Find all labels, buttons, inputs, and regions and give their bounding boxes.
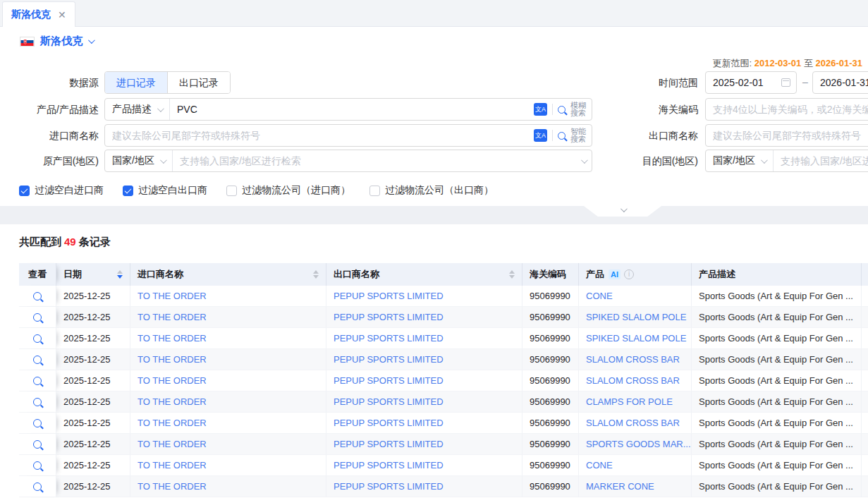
translate-icon[interactable]: 文A [534,129,547,142]
product-link[interactable]: SLALOM CROSS BAR [579,370,692,391]
importer-link[interactable]: TO THE ORDER [130,434,326,455]
product-link[interactable]: SPIKED SLALOM POLE [579,328,692,349]
exporter-label: 出口商名称 [592,124,698,147]
truncated-cell: … [862,434,868,455]
results-panel: 共匹配到49条记录 查看 日期 进口商名称 出口商名称 海关编码 [0,224,868,498]
exporter-link[interactable]: PEPUP SPORTS LIMITED [326,434,522,455]
product-search-input[interactable] [170,99,531,120]
product-link[interactable]: SLALOM CROSS BAR [579,349,692,370]
date-cell: 2025-12-25 [56,349,130,370]
exporter-link[interactable]: PEPUP SPORTS LIMITED [326,328,522,349]
origin-select[interactable]: 国家/地区 [105,150,173,171]
sort-exporter-button[interactable] [503,270,515,279]
product-suffix: 文A 模糊搜索 [531,99,592,120]
filter-logistics-importer[interactable]: 过滤物流公司（进口商） [226,184,350,197]
product-link[interactable]: CLAMPS FOR POLE [579,391,692,413]
hs-code-input[interactable] [706,99,868,120]
hs-code-cell: 95069990 [522,370,579,391]
description-cell: Sports Goods (Art & Equip For Gen ... [692,307,862,328]
panel-gap [0,206,868,224]
view-magnifier-icon[interactable] [33,440,42,449]
hs-code-cell: 95069990 [522,434,579,455]
view-magnifier-icon[interactable] [33,398,42,406]
update-range-label: 更新范围: [713,58,752,68]
sort-date-button[interactable] [111,270,123,279]
importer-link[interactable]: TO THE ORDER [130,328,326,349]
exporter-link[interactable]: PEPUP SPORTS LIMITED [326,286,522,307]
product-link[interactable]: CONE [579,455,692,476]
exporter-link[interactable]: PEPUP SPORTS LIMITED [326,476,522,497]
country-selector[interactable]: 斯洛伐克 [20,35,93,48]
view-magnifier-icon[interactable] [33,482,42,491]
sort-importer-button[interactable] [307,270,319,279]
product-link[interactable]: SLALOM CROSS BAR [579,413,692,434]
importer-link[interactable]: TO THE ORDER [130,286,326,307]
view-cell [19,286,56,307]
destination-input[interactable] [774,150,868,171]
importer-link[interactable]: TO THE ORDER [130,307,326,328]
importer-link[interactable]: TO THE ORDER [130,370,326,391]
smart-search-icon[interactable] [558,132,566,140]
hs-code-cell: 95069990 [522,391,579,413]
checkbox-unchecked-icon[interactable] [226,186,237,196]
filter-blank-exporter[interactable]: 过滤空白出口商 [123,184,207,197]
col-hs-code: 海关编码 [522,263,579,286]
table-row: 2025-12-25 TO THE ORDER PEPUP SPORTS LIM… [19,307,868,328]
exporter-link[interactable]: PEPUP SPORTS LIMITED [326,413,522,434]
exporter-input[interactable] [706,125,868,146]
product-link[interactable]: MARKER CONE [579,476,692,497]
origin-input[interactable] [173,150,578,171]
tab-slovakia[interactable]: 斯洛伐克 ✕ [2,1,75,27]
view-magnifier-icon[interactable] [33,313,42,322]
close-icon[interactable]: ✕ [58,9,66,20]
truncated-cell: … [862,286,868,307]
smart-search-label[interactable]: 智能搜索 [570,128,586,143]
table-row: 2025-12-25 TO THE ORDER PEPUP SPORTS LIM… [19,455,868,476]
importer-link[interactable]: TO THE ORDER [130,391,326,413]
importer-link[interactable]: TO THE ORDER [130,349,326,370]
info-icon[interactable]: i [624,269,634,279]
product-field-select[interactable]: 产品描述 [105,99,170,120]
importer-link[interactable]: TO THE ORDER [130,455,326,476]
update-range-word: 至 [804,58,813,68]
view-cell [19,370,56,391]
fuzzy-search-icon[interactable] [558,106,566,114]
date-end-input[interactable]: 2026-01-31 [812,71,868,94]
hs-code-cell: 95069990 [522,286,579,307]
date-start-input[interactable]: 2025-02-01 [705,71,797,94]
table-header: 查看 日期 进口商名称 出口商名称 海关编码 产品 AI i [19,263,868,286]
product-link[interactable]: SPORTS GOODS MAR... [579,434,692,455]
date-start-value: 2025-02-01 [713,77,777,88]
checkbox-unchecked-icon[interactable] [369,186,380,196]
importer-input[interactable] [105,125,531,146]
checkbox-checked-icon[interactable] [123,186,133,196]
exporter-link[interactable]: PEPUP SPORTS LIMITED [326,391,522,413]
origin-suffix [578,150,592,171]
destination-select[interactable]: 国家/地区 [706,150,774,171]
view-magnifier-icon[interactable] [33,334,42,343]
product-link[interactable]: CONE [579,286,692,307]
view-magnifier-icon[interactable] [33,292,42,300]
filter-logistics-exporter[interactable]: 过滤物流公司（出口商） [369,184,494,197]
export-records-tab[interactable]: 出口记录 [167,72,230,93]
view-magnifier-icon[interactable] [33,419,42,427]
exporter-link[interactable]: PEPUP SPORTS LIMITED [326,455,522,476]
product-link[interactable]: SPIKED SLALOM POLE [579,307,692,328]
import-records-tab[interactable]: 进口记录 [105,72,167,93]
view-magnifier-icon[interactable] [33,461,42,470]
product-label: 产品/产品描述 [0,98,99,121]
translate-icon[interactable]: 文A [534,103,547,116]
exporter-group [705,124,868,147]
view-magnifier-icon[interactable] [33,356,42,364]
checkbox-checked-icon[interactable] [19,186,30,196]
fuzzy-search-label[interactable]: 模糊搜索 [570,102,586,117]
view-cell [19,476,56,497]
filter-blank-importer[interactable]: 过滤空白进口商 [19,184,104,197]
date-cell: 2025-12-25 [56,307,130,328]
exporter-link[interactable]: PEPUP SPORTS LIMITED [326,370,522,391]
importer-link[interactable]: TO THE ORDER [130,413,326,434]
exporter-link[interactable]: PEPUP SPORTS LIMITED [326,307,522,328]
view-magnifier-icon[interactable] [33,377,42,385]
exporter-link[interactable]: PEPUP SPORTS LIMITED [326,349,522,370]
importer-link[interactable]: TO THE ORDER [130,476,326,497]
